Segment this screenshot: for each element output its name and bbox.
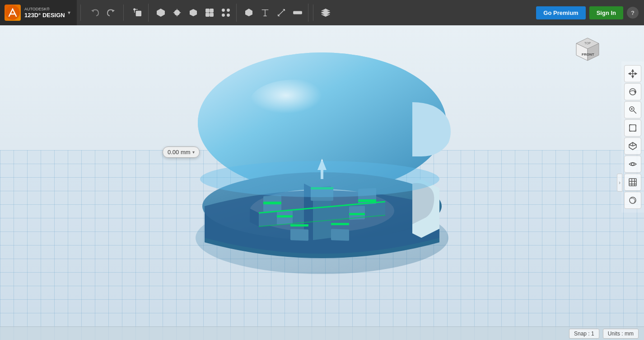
svg-point-11: [227, 9, 230, 12]
svg-rect-15: [294, 11, 302, 14]
sign-in-button[interactable]: Sign In: [589, 6, 623, 19]
orbit-button[interactable]: [624, 83, 641, 100]
svg-point-10: [222, 9, 225, 12]
visibility-button[interactable]: [624, 156, 641, 173]
autodesk-logo-icon: [5, 5, 21, 21]
transform-icon-1[interactable]: [130, 5, 145, 20]
svg-point-12: [222, 14, 225, 17]
status-bar: Snap : 1 Units : mm: [0, 326, 644, 340]
sketch-icon[interactable]: [169, 5, 185, 20]
svg-marker-47: [632, 76, 634, 78]
ruler-icon[interactable]: [290, 5, 305, 20]
transform-group: [127, 4, 149, 22]
box-shape-icon[interactable]: [153, 5, 168, 20]
shapes-group: [150, 4, 237, 22]
svg-point-57: [631, 163, 634, 165]
svg-rect-9: [210, 13, 213, 16]
fit-view-button[interactable]: [624, 119, 641, 137]
dimension-tooltip[interactable]: 0.00 mm ▾: [163, 146, 200, 158]
snap-status[interactable]: Snap : 1: [569, 329, 599, 339]
pattern-icon[interactable]: [218, 5, 233, 20]
svg-rect-8: [206, 13, 209, 16]
svg-point-0: [5, 5, 20, 20]
text-icon[interactable]: [257, 5, 273, 20]
layers-icon[interactable]: [318, 5, 333, 20]
toolbar-actions: [84, 5, 121, 20]
svg-text:TOP: TOP: [584, 42, 591, 45]
view3d-button[interactable]: [624, 137, 641, 155]
dimension-dropdown[interactable]: ▾: [192, 150, 195, 155]
svg-point-18: [250, 80, 340, 125]
svg-point-14: [248, 12, 250, 14]
view-cube[interactable]: FRONT TOP: [572, 34, 603, 66]
logo-text: AUTODESK® 123D° DESIGN: [24, 7, 65, 19]
grid-toggle-button[interactable]: [624, 174, 641, 191]
toolbar-divider: [80, 5, 81, 21]
svg-marker-1: [91, 9, 94, 12]
toolbar-divider-2: [123, 5, 124, 21]
toolbar-right: Go Premium Sign In ?: [531, 6, 644, 19]
grid-floor: [0, 150, 644, 340]
redo-button[interactable]: [103, 5, 118, 20]
help-button[interactable]: ?: [627, 7, 639, 19]
units-status[interactable]: Units : mm: [603, 329, 639, 339]
viewport[interactable]: 0.00 mm ▾ FRONT TOP: [0, 25, 644, 340]
primitives-icon[interactable]: [186, 5, 201, 20]
svg-marker-46: [632, 70, 634, 71]
svg-rect-58: [629, 179, 636, 186]
logo-dropdown-arrow[interactable]: ▾: [68, 9, 70, 16]
svg-rect-3: [136, 11, 141, 16]
more-tools-group: [238, 4, 308, 22]
svg-point-13: [227, 14, 230, 17]
snap-icon[interactable]: [241, 5, 257, 20]
svg-marker-48: [629, 73, 630, 75]
zoom-button[interactable]: [624, 101, 641, 118]
svg-rect-6: [206, 9, 209, 12]
material-button[interactable]: [624, 192, 641, 209]
right-panel: [621, 61, 644, 212]
svg-line-53: [634, 111, 636, 113]
go-premium-button[interactable]: Go Premium: [536, 6, 585, 19]
svg-marker-49: [635, 73, 637, 75]
svg-rect-7: [210, 9, 213, 12]
modify-icon[interactable]: [202, 5, 217, 20]
toolbar: AUTODESK® 123D° DESIGN ▾: [0, 0, 644, 25]
pan-button[interactable]: [624, 65, 641, 82]
logo-area: AUTODESK® 123D° DESIGN ▾: [0, 0, 77, 25]
svg-point-5: [175, 10, 180, 15]
toolbar-divider-3: [313, 5, 313, 21]
svg-marker-2: [112, 9, 115, 12]
undo-button[interactable]: [88, 5, 103, 20]
svg-text:FRONT: FRONT: [582, 52, 594, 57]
measure-icon[interactable]: [274, 5, 289, 20]
dimension-value: 0.00 mm: [168, 149, 191, 156]
right-collapse-handle[interactable]: ›: [617, 174, 622, 192]
svg-point-4: [134, 9, 135, 10]
toolbar-main: [126, 4, 531, 22]
svg-rect-56: [630, 125, 636, 131]
